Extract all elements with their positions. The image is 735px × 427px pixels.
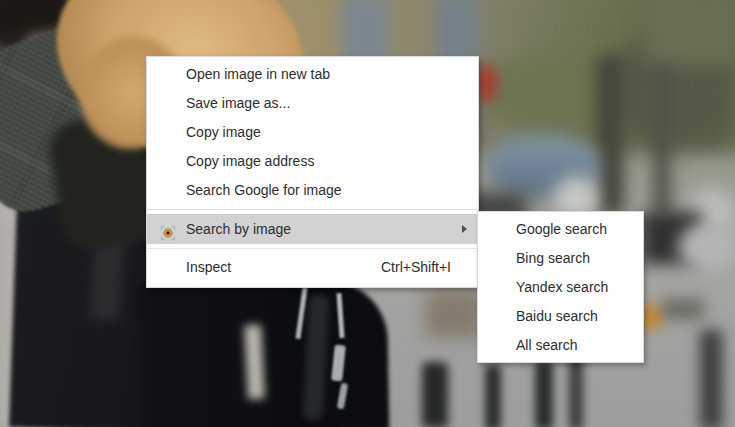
shortcut-label: Ctrl+Shift+I: [381, 253, 451, 282]
bollard: [485, 365, 501, 427]
submenu-arrow-icon: [462, 225, 467, 233]
submenu-item-bing-search[interactable]: Bing search: [478, 244, 643, 273]
menu-item-label: Search Google for image: [186, 182, 342, 198]
submenu-item-label: Bing search: [516, 250, 590, 266]
submenu-item-all-search[interactable]: All search: [478, 331, 643, 360]
screen: Open image in new tab Save image as... C…: [0, 0, 735, 427]
menu-item-label: Copy image: [186, 124, 261, 140]
menu-item-copy-image[interactable]: Copy image: [147, 118, 478, 147]
menu-item-inspect[interactable]: Inspect Ctrl+Shift+I: [147, 253, 478, 282]
menu-item-label: Copy image address: [186, 153, 314, 169]
bollard: [535, 361, 553, 427]
search-by-image-extension-icon: [160, 221, 176, 237]
bollard: [422, 362, 448, 427]
menu-item-copy-image-address[interactable]: Copy image address: [147, 147, 478, 176]
submenu-item-baidu-search[interactable]: Baidu search: [478, 302, 643, 331]
blurred-traffic-light: [477, 64, 497, 102]
submenu-item-label: Yandex search: [516, 279, 608, 295]
submenu-item-google-search[interactable]: Google search: [478, 215, 643, 244]
submenu-item-label: Google search: [516, 221, 607, 237]
menu-separator: [147, 209, 478, 210]
blurred-post: [700, 330, 722, 427]
blurred-object: [425, 290, 485, 338]
menu-item-label: Save image as...: [186, 95, 290, 111]
menu-item-label: Search by image: [186, 221, 291, 237]
context-menu: Open image in new tab Save image as... C…: [146, 56, 479, 288]
blurred-highlight: [678, 222, 735, 272]
blurred-foliage: [645, 0, 735, 65]
menu-item-label: Open image in new tab: [186, 66, 330, 82]
leather-bag: [137, 280, 390, 427]
menu-item-search-by-image[interactable]: Search by image: [147, 214, 478, 244]
blurred-tree-trunk: [596, 55, 624, 215]
blurred-smudge: [662, 298, 704, 320]
blurred-tree-trunk: [653, 65, 671, 215]
menu-item-open-image-in-new-tab[interactable]: Open image in new tab: [147, 60, 478, 89]
submenu-item-label: Baidu search: [516, 308, 598, 324]
menu-separator: [147, 248, 478, 249]
menu-item-label: Inspect: [186, 259, 231, 275]
menu-item-save-image-as[interactable]: Save image as...: [147, 89, 478, 118]
submenu-item-yandex-search[interactable]: Yandex search: [478, 273, 643, 302]
submenu-item-label: All search: [516, 337, 577, 353]
menu-item-search-google-for-image[interactable]: Search Google for image: [147, 176, 478, 205]
search-by-image-submenu: Google search Bing search Yandex search …: [477, 211, 644, 363]
